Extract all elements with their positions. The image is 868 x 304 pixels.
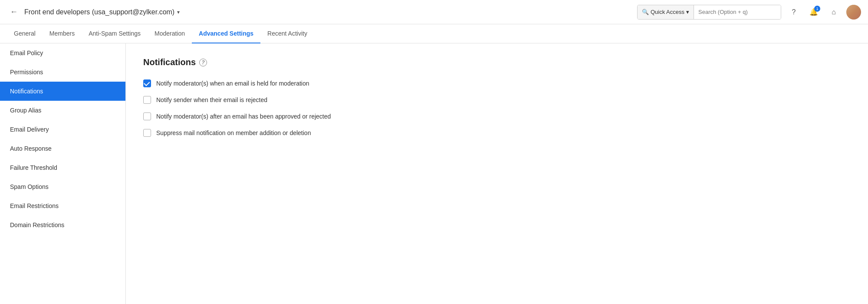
- section-header: Notifications ?: [143, 57, 851, 67]
- tab-general[interactable]: General: [7, 24, 43, 43]
- notification-button[interactable]: 🔔 1: [806, 5, 821, 20]
- home-button[interactable]: ⌂: [826, 5, 841, 20]
- avatar-image: [846, 5, 861, 20]
- tabs-bar: General Members Anti-Spam Settings Moder…: [0, 24, 868, 43]
- quick-access-label: Quick Access: [651, 9, 684, 15]
- sidebar-item-spam-options[interactable]: Spam Options: [0, 177, 125, 196]
- home-icon: ⌂: [832, 8, 836, 16]
- checkbox-label-2: Notify sender when their email is reject…: [156, 96, 267, 103]
- avatar[interactable]: [846, 5, 861, 20]
- tab-advanced-settings[interactable]: Advanced Settings: [192, 24, 260, 43]
- back-icon: ←: [10, 7, 18, 17]
- main-layout: Email Policy Permissions Notifications G…: [0, 43, 868, 304]
- tab-recent-activity[interactable]: Recent Activity: [260, 24, 314, 43]
- sidebar-item-auto-response[interactable]: Auto Response: [0, 139, 125, 158]
- content-area: Notifications ? Notify moderator(s) when…: [126, 43, 868, 304]
- sidebar-item-domain-restrictions[interactable]: Domain Restrictions: [0, 215, 125, 235]
- quick-access-caret-icon: ▾: [686, 9, 689, 15]
- help-icon: ?: [792, 8, 796, 16]
- sidebar-item-email-delivery[interactable]: Email Delivery: [0, 120, 125, 139]
- checkbox-2[interactable]: [143, 96, 151, 104]
- checkbox-label-1: Notify moderator(s) when an email is hel…: [156, 80, 309, 87]
- sidebar-item-permissions[interactable]: Permissions: [0, 63, 125, 82]
- sidebar-item-notifications[interactable]: Notifications: [0, 82, 125, 101]
- back-button[interactable]: ←: [7, 5, 21, 19]
- checkbox-label-3: Notify moderator(s) after an email has b…: [156, 113, 331, 120]
- group-title[interactable]: Front end developers (usa_support@zylker…: [24, 8, 180, 16]
- search-bar: 🔍 Quick Access ▾: [637, 5, 781, 20]
- help-button[interactable]: ?: [786, 5, 801, 20]
- checkbox-item-3[interactable]: Notify moderator(s) after an email has b…: [143, 112, 851, 120]
- tab-anti-spam[interactable]: Anti-Spam Settings: [82, 24, 148, 43]
- topbar-left: ← Front end developers (usa_support@zylk…: [7, 5, 637, 19]
- sidebar-item-email-restrictions[interactable]: Email Restrictions: [0, 196, 125, 215]
- group-caret-icon: ▾: [177, 9, 180, 15]
- checkbox-item-2[interactable]: Notify sender when their email is reject…: [143, 96, 851, 104]
- tab-moderation[interactable]: Moderation: [148, 24, 192, 43]
- tab-members[interactable]: Members: [43, 24, 82, 43]
- checkbox-item-4[interactable]: Suppress mail notification on member add…: [143, 129, 851, 137]
- notification-badge: 1: [814, 6, 820, 12]
- checkbox-3[interactable]: [143, 112, 151, 120]
- search-icon: 🔍: [642, 9, 649, 15]
- notifications-checkbox-list: Notify moderator(s) when an email is hel…: [143, 79, 851, 137]
- quick-access-button[interactable]: 🔍 Quick Access ▾: [638, 5, 694, 19]
- checkbox-1[interactable]: [143, 79, 151, 87]
- checkbox-label-4: Suppress mail notification on member add…: [156, 129, 311, 136]
- topbar-right: 🔍 Quick Access ▾ ? 🔔 1 ⌂: [637, 5, 861, 20]
- checkbox-item-1[interactable]: Notify moderator(s) when an email is hel…: [143, 79, 851, 87]
- search-input[interactable]: [694, 5, 781, 19]
- checkbox-4[interactable]: [143, 129, 151, 137]
- sidebar-item-email-policy[interactable]: Email Policy: [0, 43, 125, 63]
- sidebar: Email Policy Permissions Notifications G…: [0, 43, 126, 304]
- group-name-text: Front end developers (usa_support@zylker…: [24, 8, 174, 16]
- section-title: Notifications: [143, 57, 196, 67]
- topbar: ← Front end developers (usa_support@zylk…: [0, 0, 868, 24]
- section-help-icon[interactable]: ?: [199, 59, 207, 66]
- sidebar-item-failure-threshold[interactable]: Failure Threshold: [0, 158, 125, 177]
- sidebar-item-group-alias[interactable]: Group Alias: [0, 101, 125, 120]
